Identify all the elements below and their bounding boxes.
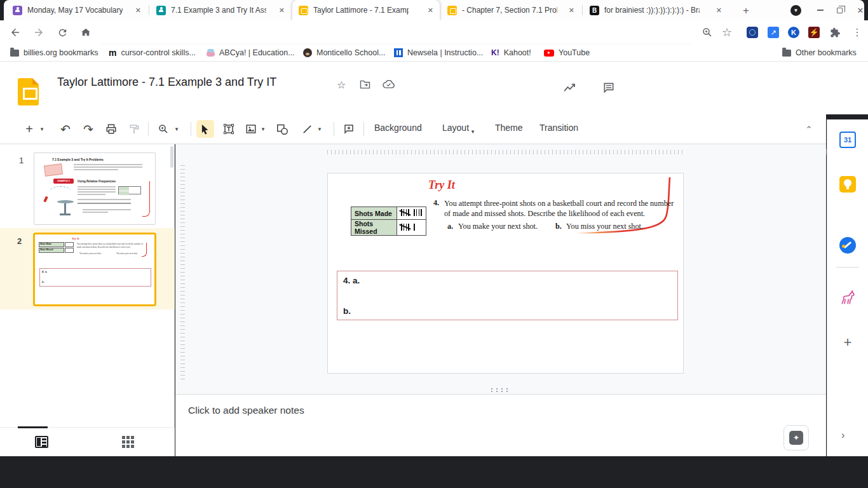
insert-line-button[interactable] [299,121,315,137]
layout-dropdown-icon[interactable]: ▾ [469,123,477,140]
extension-timer-icon[interactable] [746,26,759,39]
canvas-workspace: Try It 4. You attempt three-point shots … [175,144,826,394]
docs-person-icon [13,6,22,15]
bookmark-label: ABCya! | Education... [219,48,295,57]
filmstrip-scrollbar[interactable] [170,146,173,168]
shots-made-tally [397,207,426,220]
notes-resize-handle[interactable] [489,388,511,392]
tab-search-button[interactable]: ▼ [790,5,801,16]
minimize-button[interactable] [815,5,825,15]
home-icon[interactable] [78,25,93,40]
insert-comment-button[interactable] [341,121,357,137]
new-slide-button[interactable]: + [21,121,37,137]
tab-71-example-assignment[interactable]: 7.1 Example 3 and Try It Assig ✕ [150,0,291,20]
google-tasks-icon[interactable] [839,237,856,254]
explore-button[interactable]: ✦ [783,425,809,451]
slide-2-thumbnail-selected[interactable]: Try It You attempt three-point shots on … [33,233,156,306]
insert-shape-button[interactable] [274,121,290,137]
transition-button[interactable]: Transition [539,123,578,133]
speaker-notes-input[interactable]: Click to add speaker notes [188,405,304,416]
zoom-page-icon[interactable] [701,26,714,39]
unicorn-addon-icon[interactable] [839,290,856,306]
cursor-arrow-icon [201,124,210,135]
insert-image-button[interactable] [243,121,259,137]
bookmark-star-icon[interactable]: ☆ [721,26,733,39]
answer-line-b[interactable]: b. [343,306,351,316]
tab-monday-vocabulary[interactable]: Monday, May 17 Vocabulary ✕ [6,0,147,20]
cloud-saved-icon[interactable] [383,80,395,89]
tab-taylor-lattimore-active[interactable]: Taylor Lattimore - 7.1 Example ✕ [292,0,440,20]
youtube-icon [544,50,554,57]
thumb1-sticky-note [44,163,63,176]
tab-close-icon[interactable]: ✕ [135,6,141,15]
move-to-folder-icon[interactable] [360,80,370,89]
paint-format-button[interactable] [126,121,142,137]
tab-brainly[interactable]: B for brainiest :)):):)):):):):) - Brain… [583,0,728,20]
cupcake-icon [207,52,215,57]
bookmark-billies[interactable]: billies.org bookmarks [10,46,98,59]
select-tool-button-active[interactable] [196,120,214,138]
part-b-label: b. [555,222,562,231]
tab-chapter-7[interactable]: - Chapter 7, Section 7.1 Proba ✕ [441,0,581,20]
side-panel-divider [836,267,859,268]
undo-button[interactable]: ↶ [57,121,74,137]
text-box-button[interactable] [220,121,237,137]
question-number: 4. [433,198,439,208]
answer-text-box[interactable]: 4. a. b. [337,271,678,320]
bookmark-label: Kahoot! [504,48,531,57]
extensions-puzzle-icon[interactable] [829,26,841,39]
side-panel-collapse-chevron[interactable]: › [841,430,844,441]
browser-menu-icon[interactable]: ⋮ [851,26,864,39]
tab-close-icon[interactable]: ✕ [716,6,722,15]
add-addon-icon[interactable]: + [839,334,856,351]
bookmark-cursor-skills[interactable]: m cursor-control skills... [109,46,196,59]
zoom-dropdown-icon[interactable]: ▾ [173,121,180,137]
document-title[interactable]: Taylor Lattimore - 7.1 Example 3 and Try… [57,76,276,89]
theme-button[interactable]: Theme [495,123,523,133]
close-window-button[interactable]: ✕ [855,5,865,15]
document-activity-icon[interactable] [563,83,577,93]
extension-share-icon[interactable]: ↗ [767,26,780,39]
zoom-button[interactable] [155,121,172,137]
tab-close-icon[interactable]: ✕ [279,6,285,15]
image-dropdown-icon[interactable]: ▾ [259,121,267,137]
chromeos-screen: Monday, May 17 Vocabulary ✕ 7.1 Example … [0,0,868,488]
bookmark-kahoot[interactable]: K! Kahoot! [491,46,531,59]
reload-icon[interactable] [55,25,70,40]
bookmark-youtube[interactable]: YouTube [544,46,590,59]
table-row: Shots Missed [351,220,426,236]
comment-history-icon[interactable] [602,81,615,94]
extension-kami-icon[interactable]: K [787,26,800,39]
google-calendar-icon[interactable]: 31 [839,132,856,148]
tab-close-icon[interactable]: ✕ [428,6,433,15]
forward-icon[interactable] [31,25,46,40]
grid-view-icon[interactable] [122,436,135,448]
tab-close-icon[interactable]: ✕ [569,6,574,15]
star-document-icon[interactable]: ☆ [337,79,346,91]
new-slide-dropdown-icon[interactable]: ▾ [38,121,46,137]
layout-button[interactable]: Layout [442,123,469,133]
back-icon[interactable] [8,25,23,40]
filmstrip-view-icon[interactable] [35,436,48,448]
thumb2-tally-cell [65,248,74,253]
bookmark-abcya[interactable]: ABCya! | Education... [207,46,295,59]
google-keep-icon[interactable] [839,176,856,193]
collapse-toolbar-icon[interactable]: ⌃ [801,121,817,137]
google-slides-logo[interactable] [18,78,39,105]
slide-canvas[interactable]: Try It 4. You attempt three-point shots … [327,173,684,374]
line-dropdown-icon[interactable]: ▾ [316,121,323,137]
bookmark-label: Newsela | Instructio... [407,48,483,57]
bookmark-newsela[interactable]: Newsela | Instructio... [394,46,483,59]
shots-missed-label: Shots Missed [351,220,397,236]
folder-icon [782,50,791,57]
slide-1-thumbnail[interactable]: 7.1 Example 3 and Try It Problems EXAMPL… [34,152,156,225]
bookmark-monticello[interactable]: Monticello School... [303,46,385,59]
restore-window-button[interactable] [834,5,844,15]
new-tab-button[interactable]: + [738,3,754,18]
redo-button[interactable]: ↷ [80,121,97,137]
print-button[interactable] [103,121,119,137]
answer-line-a[interactable]: 4. a. [343,276,360,285]
extension-screencastify-icon[interactable]: ⚡ [808,26,820,39]
background-button[interactable]: Background [374,123,422,133]
other-bookmarks[interactable]: Other bookmarks [782,46,857,59]
